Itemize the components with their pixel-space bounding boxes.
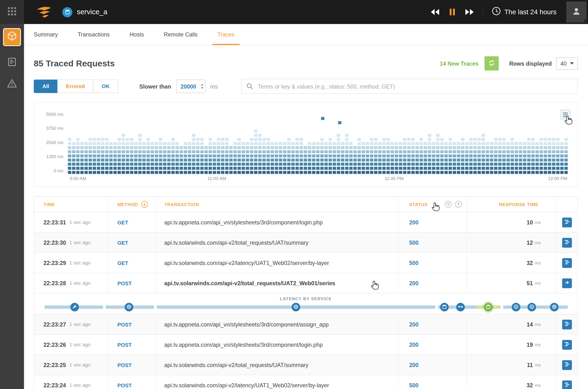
stepper-up-icon (201, 84, 204, 86)
filter-ok-button[interactable]: OK (93, 80, 118, 93)
trace-transaction: api.tv.solarwinds.com/api-v2/total_reque… (156, 355, 399, 375)
tab-hosts[interactable]: Hosts (124, 24, 149, 45)
open-trace-button[interactable] (562, 278, 572, 288)
trace-detail-button[interactable] (562, 258, 572, 268)
trace-status[interactable]: 200 (399, 335, 467, 355)
service-node-globe-icon[interactable] (550, 303, 559, 312)
y-tick-label: 3750 ms (34, 126, 63, 131)
service-node-globe-icon[interactable] (124, 303, 133, 312)
trace-row[interactable]: 22:23:281 sec agoPOSTapi.tv.solarwinds.c… (34, 273, 577, 293)
trace-detail-button[interactable] (562, 380, 572, 389)
trace-response-time: 51ms (467, 273, 556, 293)
trace-status[interactable]: 200 (399, 314, 467, 334)
tab-transactions[interactable]: Transactions (72, 24, 115, 45)
trace-time: 22:23:261 sec ago (34, 335, 108, 355)
service-database-icon (62, 7, 72, 17)
tab-remote-calls[interactable]: Remote Calls (158, 24, 203, 45)
trace-detail-button[interactable] (562, 217, 572, 227)
trace-method: GET (108, 233, 156, 252)
trace-time: 22:23:291 sec ago (34, 253, 108, 273)
number-stepper[interactable] (199, 80, 205, 93)
trace-row[interactable]: 22:23:251 sec agoPOSTapi.tv.solarwinds.c… (34, 355, 577, 375)
x-tick-label: 12:00 PM (548, 176, 567, 181)
hamburger-icon (563, 112, 568, 113)
filter-errored-button[interactable]: Errored (58, 80, 93, 93)
trace-transaction: api.tv.appneta.com/api_vn/stylesheets/3r… (156, 314, 399, 334)
tabbar: Summary Transactions Hosts Remote Calls … (24, 24, 588, 46)
user-menu[interactable] (566, 1, 587, 22)
service-node-globe-icon[interactable] (291, 303, 300, 312)
rewind-button[interactable] (431, 9, 440, 15)
trace-row[interactable]: 22:23:301 sec agoGETapi.tv.solarwinds.co… (34, 233, 577, 253)
service-node-database-icon[interactable] (484, 303, 493, 312)
tab-summary[interactable]: Summary (29, 24, 63, 45)
trace-detail-button[interactable] (562, 320, 572, 329)
table-body: 22:23:311 sec agoGETapi.tv.appneta.com/a… (34, 212, 577, 389)
trace-status[interactable]: 500 (399, 253, 467, 273)
arrow-right-icon (564, 280, 569, 286)
trace-status[interactable]: 500 (399, 375, 467, 389)
column-header-response-time[interactable]: RESPONSE TIME (467, 197, 556, 212)
service-node-database-icon[interactable] (440, 303, 449, 312)
service-selector[interactable]: service_a (62, 7, 107, 17)
playback-controls (431, 9, 473, 15)
trace-row[interactable]: 22:23:291 sec agoGETapi.tv.solarwinds.co… (34, 253, 577, 273)
filter-funnel-icon[interactable] (445, 201, 452, 208)
refresh-button[interactable] (485, 56, 499, 70)
trace-status[interactable]: 200 (399, 273, 467, 293)
trace-row[interactable]: 22:23:271 sec agoPOSTapi.tv.appneta.com/… (34, 314, 577, 335)
x-tick-label: 11:00 AM (207, 176, 226, 181)
sidebar (0, 24, 24, 389)
x-tick-label: 9:00 AM (70, 176, 86, 181)
trace-row[interactable]: 22:23:241 sec agoPOSTapi.tv.solarwinds.c… (34, 375, 577, 389)
refresh-icon (488, 59, 495, 68)
sidebar-item-service[interactable] (3, 28, 21, 46)
trace-transaction: api.tv.solarwinds.com/api-v2/latency/UAT… (156, 253, 399, 273)
globe-icon (126, 304, 131, 310)
x-tick-label: 11:45 PM (385, 176, 404, 181)
time-range-selector[interactable]: The last 24 hours (492, 7, 557, 17)
trace-detail-button[interactable] (562, 360, 572, 370)
sidebar-item-traced-transactions[interactable] (7, 58, 16, 67)
filter-all-button[interactable]: All (34, 80, 58, 93)
app-launcher-button[interactable] (0, 0, 24, 24)
trace-row[interactable]: 22:23:261 sec agoPOSTapi.tv.appneta.com/… (34, 335, 577, 355)
trace-detail-button[interactable] (562, 340, 572, 349)
latency-chart: 5000 ms 3750 ms 2500 ms 1250 ms 0 ms 9:0… (34, 102, 578, 187)
sort-descending-icon[interactable] (141, 201, 148, 208)
host-icon (513, 304, 518, 310)
column-header-transaction[interactable]: TRANSACTION (156, 197, 399, 212)
service-node-remote-call-icon[interactable] (456, 303, 465, 312)
trace-detail-button[interactable] (562, 238, 572, 247)
column-header-time[interactable]: TIME (34, 197, 108, 212)
trace-time: 22:23:251 sec ago (34, 355, 108, 375)
traces-table: TIME METHOD TRANSACTION STATUS (34, 196, 578, 389)
service-node-wrench-icon[interactable] (70, 303, 79, 312)
sidebar-item-alerts[interactable] (7, 79, 17, 89)
trace-status[interactable]: 500 (399, 233, 467, 252)
chart-menu-button[interactable] (560, 110, 570, 120)
trace-method: GET (108, 212, 156, 232)
trace-response-time: 19ms (467, 335, 556, 355)
trace-time: 22:23:241 sec ago (34, 375, 108, 389)
topbar: service_a The last 24 hours (0, 0, 588, 24)
trace-status[interactable]: 200 (399, 355, 467, 375)
trace-status[interactable]: 200 (399, 212, 467, 232)
latency-heatmap[interactable] (68, 111, 568, 174)
trace-list-icon (564, 321, 569, 327)
service-node-host-icon[interactable] (512, 303, 520, 312)
search-input[interactable] (242, 79, 578, 94)
tab-traces[interactable]: Traces (212, 24, 240, 45)
pause-button[interactable] (450, 9, 455, 15)
new-traces-label: 14 New Traces (440, 60, 478, 66)
sort-ascending-icon[interactable] (455, 201, 462, 208)
column-header-status[interactable]: STATUS (399, 197, 467, 212)
y-tick-label: 1250 ms (34, 154, 63, 159)
clock-icon (492, 7, 501, 17)
trace-list-icon (564, 239, 569, 246)
trace-row[interactable]: 22:23:311 sec agoGETapi.tv.appneta.com/a… (34, 212, 577, 233)
service-node-host-icon[interactable] (528, 303, 536, 312)
rows-displayed-select[interactable]: 40 (556, 57, 578, 69)
column-header-method[interactable]: METHOD (108, 197, 156, 212)
fast-forward-button[interactable] (465, 9, 473, 15)
